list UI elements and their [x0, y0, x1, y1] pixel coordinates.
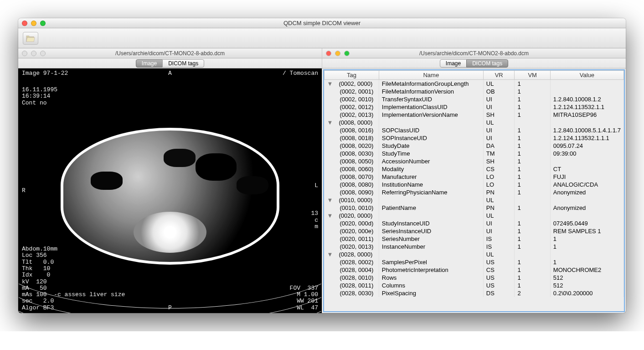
table-row[interactable]: (0002, 0001)FileMetaInformationVersionOB…: [325, 88, 624, 95]
cell-value: FUJI: [550, 173, 623, 181]
cell-vm: 1: [515, 266, 550, 274]
cell-tag: (0008, 0020): [327, 142, 374, 149]
table-row[interactable]: ▼(0020, 0000)UL: [325, 212, 624, 219]
table-row[interactable]: (0008, 0016)SOPClassUIDUI11.2.840.10008.…: [325, 126, 624, 134]
tab-image[interactable]: Image: [440, 59, 467, 68]
cell-value: ANALOGIC/CDA: [550, 181, 623, 188]
toolbar: [18, 28, 626, 48]
table-row[interactable]: (0008, 0020)StudyDateDA10095.07.24: [325, 142, 624, 150]
cell-name: AccessionNumber: [379, 157, 483, 165]
table-row[interactable]: ▼(0002, 0000)FileMetaInformationGroupLen…: [325, 80, 624, 88]
open-file-button[interactable]: [23, 32, 38, 45]
table-row[interactable]: (0008, 0090)ReferringPhysicianNamePN1Ano…: [325, 188, 624, 196]
cell-vm: 1: [515, 274, 550, 282]
col-header-vm[interactable]: VM: [515, 71, 550, 80]
table-row[interactable]: (0002, 0012)ImplementationClassUIDUI11.2…: [325, 103, 624, 111]
cell-value: 1.2.840.10008.5.1.4.1.1.7: [550, 126, 623, 134]
cell-name: SOPClassUID: [379, 126, 483, 134]
table-row[interactable]: (0028, 0004)PhotometricInterpretationCS1…: [325, 266, 624, 274]
cell-value: 0.2\0\0.200000: [550, 289, 623, 297]
window-title: QDCM simple DICOM viewer: [18, 20, 626, 26]
tab-dicom-tags[interactable]: DICOM tags: [466, 59, 508, 68]
cell-vr: LO: [483, 181, 515, 188]
table-row[interactable]: (0008, 0050)AccessionNumberSH1: [325, 157, 624, 165]
cell-vm: 1: [515, 204, 550, 212]
table-row[interactable]: (0028, 0002)SamplesPerPixelUS11: [325, 258, 624, 266]
table-row[interactable]: (0020, 0011)SeriesNumberIS11: [325, 235, 624, 243]
cell-vr: DS: [483, 289, 515, 297]
disclosure-triangle-icon[interactable]: ▼: [327, 251, 333, 258]
disclosure-triangle-icon[interactable]: ▼: [327, 197, 333, 204]
cell-tag: (0008, 0090): [327, 189, 374, 196]
col-header-tag[interactable]: Tag: [325, 71, 379, 80]
tags-pane-titlebar: /Users/archie/dicom/CT-MONO2-8-abdo.dcm: [322, 48, 626, 58]
overlay-orientation-anterior: A: [168, 70, 172, 77]
cell-value: REM SAMPLES 1: [550, 227, 623, 235]
image-pane-tabs: Image DICOM tags: [18, 58, 322, 68]
overlay-image-id: Image 97-1-22: [22, 70, 68, 77]
table-row[interactable]: ▼(0028, 0000)UL: [325, 251, 624, 258]
cell-value: 512: [550, 282, 623, 289]
cell-value: 1: [550, 258, 623, 266]
cell-vr: US: [483, 274, 515, 282]
cell-name: ReferringPhysicianName: [379, 188, 483, 196]
image-pane-titlebar: /Users/archie/dicom/CT-MONO2-8-abdo.dcm: [18, 48, 322, 58]
workspace: /Users/archie/dicom/CT-MONO2-8-abdo.dcm …: [18, 48, 626, 313]
table-row[interactable]: (0008, 0070)ManufacturerLO1FUJI: [325, 173, 624, 181]
cell-vm: [515, 196, 550, 204]
cell-value: MITRA10SEP96: [550, 111, 623, 119]
overlay-orientation-left: L: [314, 183, 318, 189]
cell-value: 1: [550, 243, 623, 251]
disclosure-triangle-icon[interactable]: ▼: [327, 212, 333, 219]
table-row[interactable]: (0002, 0013)ImplementationVersionNameSH1…: [325, 111, 624, 119]
cell-vr: UI: [483, 103, 515, 111]
cell-tag: (0020, 000d): [327, 220, 374, 227]
table-row[interactable]: (0020, 000d)StudyInstanceUIDUI1072495.04…: [325, 219, 624, 227]
cell-vr: UI: [483, 219, 515, 227]
disclosure-triangle-icon[interactable]: ▼: [327, 119, 333, 126]
cell-vr: CS: [483, 266, 515, 274]
cell-tag: (0002, 0001): [327, 88, 374, 95]
table-row[interactable]: (0028, 0010)RowsUS1512: [325, 274, 624, 282]
cell-vm: 1: [515, 235, 550, 243]
cell-vm: 1: [515, 134, 550, 142]
cell-vm: 1: [515, 126, 550, 134]
col-header-name[interactable]: Name: [379, 71, 483, 80]
cell-tag: (0028, 0030): [327, 290, 374, 297]
cell-value: [550, 119, 623, 126]
cell-tag: (0008, 0030): [327, 150, 374, 157]
titlebar: QDCM simple DICOM viewer: [18, 18, 626, 28]
dicom-tags-scroll[interactable]: Tag Name VR VM Value ▼(0002, 0000)FileMe…: [324, 70, 624, 311]
tab-image[interactable]: Image: [136, 59, 163, 68]
cell-value: 072495.0449: [550, 219, 623, 227]
cell-value: 512: [550, 274, 623, 282]
disclosure-triangle-icon[interactable]: ▼: [327, 80, 333, 87]
table-row[interactable]: (0008, 0080)InstitutionNameLO1ANALOGIC/C…: [325, 181, 624, 188]
col-header-value[interactable]: Value: [550, 71, 623, 80]
cell-vm: 1: [515, 227, 550, 235]
cell-name: StudyInstanceUID: [379, 219, 483, 227]
table-row[interactable]: (0002, 0010)TransferSyntaxUIDUI11.2.840.…: [325, 95, 624, 103]
cell-name: FileMetaInformationGroupLength: [379, 80, 483, 88]
table-row[interactable]: (0008, 0060)ModalityCS1CT: [325, 165, 624, 173]
cell-name: PatientName: [379, 204, 483, 212]
tab-dicom-tags[interactable]: DICOM tags: [162, 59, 204, 68]
table-row[interactable]: (0008, 0030)StudyTimeTM109:39:00: [325, 150, 624, 157]
table-row[interactable]: (0020, 0013)InstanceNumberIS11: [325, 243, 624, 251]
col-header-vr[interactable]: VR: [483, 71, 515, 80]
dicom-image-viewport[interactable]: Image 97-1-22 A / Tomoscan 16.11.1995 16…: [18, 68, 322, 313]
table-row[interactable]: (0028, 0030)PixelSpacingDS20.2\0\0.20000…: [325, 289, 624, 297]
table-row[interactable]: ▼(0010, 0000)UL: [325, 196, 624, 204]
cell-vr: OB: [483, 88, 515, 95]
table-row[interactable]: ▼(0008, 0000)UL: [325, 119, 624, 126]
table-row[interactable]: (0028, 0011)ColumnsUS1512: [325, 282, 624, 289]
cell-vr: IS: [483, 243, 515, 251]
table-row[interactable]: (0010, 0010)PatientNamePN1Anonymized: [325, 204, 624, 212]
table-row[interactable]: (0008, 0018)SOPInstanceUIDUI11.2.124.113…: [325, 134, 624, 142]
cell-vr: UL: [483, 196, 515, 204]
cell-tag: (0008, 0060): [327, 166, 374, 172]
cell-tag: (0020, 000e): [327, 228, 374, 235]
cell-vm: 1: [515, 88, 550, 95]
table-row[interactable]: (0020, 000e)SeriesInstanceUIDUI1REM SAMP…: [325, 227, 624, 235]
cell-vm: 1: [515, 103, 550, 111]
